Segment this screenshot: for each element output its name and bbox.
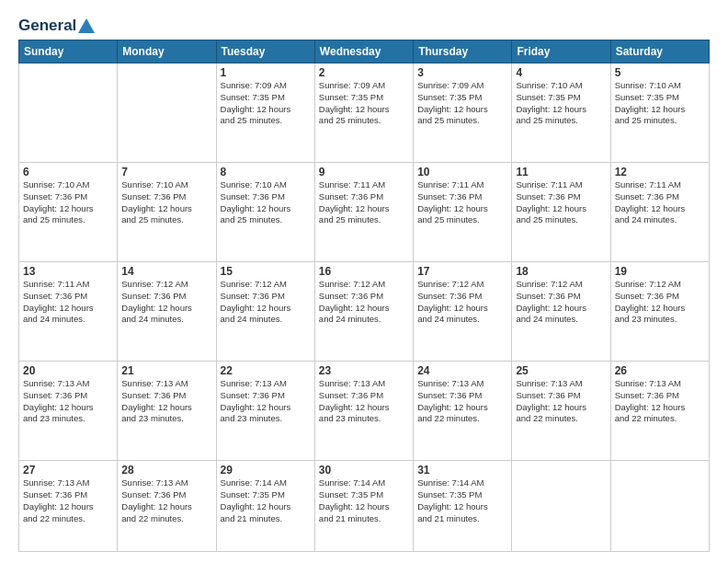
day-number: 24 [417, 364, 507, 377]
weekday-header-friday: Friday [512, 40, 610, 63]
cell-info: Sunrise: 7:14 AM Sunset: 7:35 PM Dayligh… [319, 477, 409, 524]
calendar-cell: 1Sunrise: 7:09 AM Sunset: 7:35 PM Daylig… [216, 63, 314, 163]
calendar-cell: 5Sunrise: 7:10 AM Sunset: 7:35 PM Daylig… [610, 63, 709, 163]
cell-info: Sunrise: 7:11 AM Sunset: 7:36 PM Dayligh… [23, 279, 113, 326]
cell-info: Sunrise: 7:13 AM Sunset: 7:36 PM Dayligh… [516, 378, 606, 425]
calendar-cell: 30Sunrise: 7:14 AM Sunset: 7:35 PM Dayli… [314, 461, 413, 552]
day-number: 15 [221, 265, 311, 278]
calendar-cell: 20Sunrise: 7:13 AM Sunset: 7:36 PM Dayli… [19, 362, 118, 461]
week-row-3: 20Sunrise: 7:13 AM Sunset: 7:36 PM Dayli… [19, 362, 710, 461]
calendar-cell: 28Sunrise: 7:13 AM Sunset: 7:36 PM Dayli… [118, 461, 216, 552]
calendar-cell: 6Sunrise: 7:10 AM Sunset: 7:36 PM Daylig… [19, 163, 118, 262]
calendar-cell: 4Sunrise: 7:10 AM Sunset: 7:35 PM Daylig… [512, 63, 610, 163]
calendar-cell [19, 63, 118, 163]
weekday-header-monday: Monday [118, 40, 216, 63]
calendar-cell: 19Sunrise: 7:12 AM Sunset: 7:36 PM Dayli… [610, 262, 709, 362]
calendar-cell: 8Sunrise: 7:10 AM Sunset: 7:36 PM Daylig… [216, 163, 314, 262]
calendar-cell: 29Sunrise: 7:14 AM Sunset: 7:35 PM Dayli… [216, 461, 314, 552]
calendar-cell: 23Sunrise: 7:13 AM Sunset: 7:36 PM Dayli… [314, 362, 413, 461]
header: General [18, 17, 710, 32]
calendar-cell: 18Sunrise: 7:12 AM Sunset: 7:36 PM Dayli… [512, 262, 610, 362]
cell-info: Sunrise: 7:09 AM Sunset: 7:35 PM Dayligh… [417, 80, 507, 127]
day-number: 11 [516, 166, 606, 178]
week-row-0: 1Sunrise: 7:09 AM Sunset: 7:35 PM Daylig… [19, 63, 710, 163]
cell-info: Sunrise: 7:12 AM Sunset: 7:36 PM Dayligh… [615, 279, 705, 326]
day-number: 14 [121, 265, 211, 278]
calendar-cell: 11Sunrise: 7:11 AM Sunset: 7:36 PM Dayli… [512, 163, 610, 262]
cell-info: Sunrise: 7:10 AM Sunset: 7:36 PM Dayligh… [23, 179, 113, 226]
day-number: 9 [319, 166, 409, 178]
day-number: 27 [23, 464, 113, 477]
day-number: 22 [221, 364, 311, 377]
day-number: 17 [417, 265, 507, 278]
calendar-cell: 10Sunrise: 7:11 AM Sunset: 7:36 PM Dayli… [414, 163, 512, 262]
cell-info: Sunrise: 7:13 AM Sunset: 7:36 PM Dayligh… [23, 378, 113, 425]
cell-info: Sunrise: 7:13 AM Sunset: 7:36 PM Dayligh… [417, 378, 507, 425]
day-number: 28 [121, 464, 211, 477]
cell-info: Sunrise: 7:09 AM Sunset: 7:35 PM Dayligh… [319, 80, 409, 127]
calendar-cell: 27Sunrise: 7:13 AM Sunset: 7:36 PM Dayli… [19, 461, 118, 552]
cell-info: Sunrise: 7:13 AM Sunset: 7:36 PM Dayligh… [319, 378, 409, 425]
calendar-cell: 3Sunrise: 7:09 AM Sunset: 7:35 PM Daylig… [414, 63, 512, 163]
svg-marker-0 [78, 18, 95, 33]
cell-info: Sunrise: 7:12 AM Sunset: 7:36 PM Dayligh… [417, 279, 507, 326]
day-number: 31 [417, 464, 507, 477]
logo: General [18, 17, 95, 32]
day-number: 16 [319, 265, 409, 278]
calendar-cell: 12Sunrise: 7:11 AM Sunset: 7:36 PM Dayli… [610, 163, 709, 262]
day-number: 4 [516, 66, 606, 79]
cell-info: Sunrise: 7:10 AM Sunset: 7:36 PM Dayligh… [121, 179, 211, 226]
calendar-cell: 25Sunrise: 7:13 AM Sunset: 7:36 PM Dayli… [512, 362, 610, 461]
cell-info: Sunrise: 7:12 AM Sunset: 7:36 PM Dayligh… [121, 279, 211, 326]
day-number: 1 [221, 66, 311, 79]
cell-info: Sunrise: 7:10 AM Sunset: 7:36 PM Dayligh… [221, 179, 311, 226]
day-number: 18 [516, 265, 606, 278]
cell-info: Sunrise: 7:13 AM Sunset: 7:36 PM Dayligh… [23, 477, 113, 524]
week-row-2: 13Sunrise: 7:11 AM Sunset: 7:36 PM Dayli… [19, 262, 710, 362]
calendar-cell [512, 461, 610, 552]
logo-general-text: General [18, 17, 76, 35]
logo-arrow-icon [78, 18, 95, 33]
cell-info: Sunrise: 7:14 AM Sunset: 7:35 PM Dayligh… [417, 477, 507, 524]
cell-info: Sunrise: 7:10 AM Sunset: 7:35 PM Dayligh… [516, 80, 606, 127]
weekday-header-saturday: Saturday [610, 40, 709, 63]
weekday-header-wednesday: Wednesday [314, 40, 413, 63]
calendar-header-row: SundayMondayTuesdayWednesdayThursdayFrid… [19, 40, 710, 63]
day-number: 3 [417, 66, 507, 79]
calendar-cell: 14Sunrise: 7:12 AM Sunset: 7:36 PM Dayli… [118, 262, 216, 362]
calendar-cell: 22Sunrise: 7:13 AM Sunset: 7:36 PM Dayli… [216, 362, 314, 461]
cell-info: Sunrise: 7:14 AM Sunset: 7:35 PM Dayligh… [221, 477, 311, 524]
day-number: 25 [516, 364, 606, 377]
cell-info: Sunrise: 7:12 AM Sunset: 7:36 PM Dayligh… [516, 279, 606, 326]
day-number: 6 [23, 166, 113, 178]
calendar-cell: 15Sunrise: 7:12 AM Sunset: 7:36 PM Dayli… [216, 262, 314, 362]
calendar-cell: 21Sunrise: 7:13 AM Sunset: 7:36 PM Dayli… [118, 362, 216, 461]
cell-info: Sunrise: 7:11 AM Sunset: 7:36 PM Dayligh… [615, 179, 705, 226]
week-row-4: 27Sunrise: 7:13 AM Sunset: 7:36 PM Dayli… [19, 461, 710, 552]
weekday-header-tuesday: Tuesday [216, 40, 314, 63]
week-row-1: 6Sunrise: 7:10 AM Sunset: 7:36 PM Daylig… [19, 163, 710, 262]
calendar-cell: 13Sunrise: 7:11 AM Sunset: 7:36 PM Dayli… [19, 262, 118, 362]
day-number: 10 [417, 166, 507, 178]
calendar-cell: 31Sunrise: 7:14 AM Sunset: 7:35 PM Dayli… [414, 461, 512, 552]
day-number: 19 [615, 265, 705, 278]
cell-info: Sunrise: 7:11 AM Sunset: 7:36 PM Dayligh… [516, 179, 606, 226]
calendar-cell: 24Sunrise: 7:13 AM Sunset: 7:36 PM Dayli… [414, 362, 512, 461]
day-number: 12 [615, 166, 705, 178]
cell-info: Sunrise: 7:11 AM Sunset: 7:36 PM Dayligh… [417, 179, 507, 226]
cell-info: Sunrise: 7:10 AM Sunset: 7:35 PM Dayligh… [615, 80, 705, 127]
day-number: 26 [615, 364, 705, 377]
calendar-cell: 2Sunrise: 7:09 AM Sunset: 7:35 PM Daylig… [314, 63, 413, 163]
cell-info: Sunrise: 7:13 AM Sunset: 7:36 PM Dayligh… [121, 477, 211, 524]
calendar-cell: 16Sunrise: 7:12 AM Sunset: 7:36 PM Dayli… [314, 262, 413, 362]
day-number: 23 [319, 364, 409, 377]
calendar-cell: 9Sunrise: 7:11 AM Sunset: 7:36 PM Daylig… [314, 163, 413, 262]
calendar-table: SundayMondayTuesdayWednesdayThursdayFrid… [18, 40, 710, 552]
day-number: 7 [121, 166, 211, 178]
cell-info: Sunrise: 7:13 AM Sunset: 7:36 PM Dayligh… [615, 378, 705, 425]
calendar-cell: 17Sunrise: 7:12 AM Sunset: 7:36 PM Dayli… [414, 262, 512, 362]
weekday-header-sunday: Sunday [19, 40, 118, 63]
calendar-cell: 26Sunrise: 7:13 AM Sunset: 7:36 PM Dayli… [610, 362, 709, 461]
page: General SundayMondayTuesdayWednesdayThur… [0, 0, 728, 563]
calendar-cell: 7Sunrise: 7:10 AM Sunset: 7:36 PM Daylig… [118, 163, 216, 262]
